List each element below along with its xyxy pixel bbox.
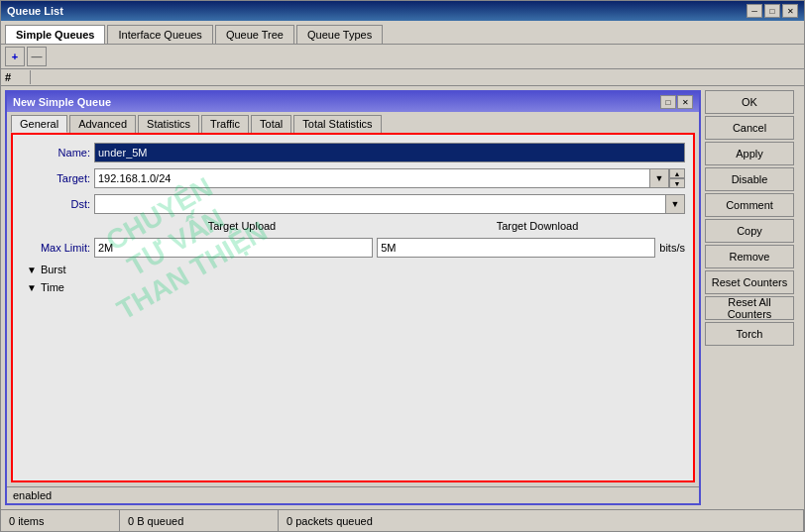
inner-tab-bar: General Advanced Statistics Traffic Tota… [7,112,699,133]
inner-titlebar: New Simple Queue □ ✕ [7,92,699,112]
target-input[interactable] [94,168,650,188]
max-limit-upload-input[interactable] [94,238,373,258]
toolbar: + — [1,45,804,69]
name-label: Name: [21,147,90,159]
content-area: New Simple Queue □ ✕ General Advanced St… [1,86,804,509]
max-limit-row: Max Limit: bits/s [21,238,685,258]
tab-queue-types[interactable]: Queue Types [296,25,383,44]
torch-button[interactable]: Torch [705,322,794,346]
cancel-button[interactable]: Cancel [705,116,794,140]
tab-traffic[interactable]: Traffic [201,115,249,133]
target-download-label: Target Download [390,220,685,232]
tab-advanced[interactable]: Advanced [69,115,136,133]
minimize-button[interactable]: ─ [747,4,762,18]
window-controls: ─ □ ✕ [747,4,798,18]
status-items: 0 items [1,510,120,531]
main-window: Queue List ─ □ ✕ Simple Queues Interface… [0,0,805,532]
max-limit-label: Max Limit: [21,242,90,254]
burst-section[interactable]: ▼ Burst [27,264,685,275]
form-status: enabled [7,486,699,503]
time-section[interactable]: ▼ Time [27,281,685,293]
form-status-text: enabled [13,489,52,501]
right-button-panel: OK Cancel Apply Disable Comment Copy Rem… [705,86,804,509]
tab-general[interactable]: General [11,115,67,133]
dst-dropdown-btn[interactable]: ▼ [665,194,685,214]
disable-button[interactable]: Disable [705,167,794,191]
time-label: Time [41,281,64,293]
comment-button[interactable]: Comment [705,193,794,217]
target-input-group: ▼ ▲ ▼ [94,168,685,188]
tab-simple-queues[interactable]: Simple Queues [5,25,105,44]
inner-maximize-button[interactable]: □ [660,95,676,109]
maximize-button[interactable]: □ [764,4,780,18]
target-up-btn[interactable]: ▲ [669,168,685,178]
target-upload-label: Target Upload [94,220,390,232]
col-hash: # [1,70,31,84]
inner-controls: □ ✕ [660,95,693,109]
bits-label: bits/s [659,242,685,254]
tab-statistics[interactable]: Statistics [138,115,199,133]
table-header: # [1,69,804,86]
status-packets: 0 packets queued [279,510,804,531]
dst-input[interactable] [94,194,666,214]
main-titlebar: Queue List ─ □ ✕ [1,1,804,21]
target-arrows: ▲ ▼ [669,168,685,188]
main-title: Queue List [7,5,63,17]
dst-row: Dst: ▼ [21,194,685,214]
time-arrow-icon: ▼ [27,282,37,293]
reset-counters-button[interactable]: Reset Counters [705,270,794,294]
status-queued: 0 B queued [120,510,279,531]
ok-button[interactable]: OK [705,90,794,114]
burst-arrow-icon: ▼ [27,265,37,275]
tab-total-statistics[interactable]: Total Statistics [293,115,381,133]
dst-input-group: ▼ [94,194,685,214]
upload-download-header: Target Upload Target Download [94,220,685,232]
burst-label: Burst [41,264,66,275]
target-row: Target: ▼ ▲ ▼ [21,168,685,188]
remove-button[interactable]: — [27,47,47,66]
apply-button[interactable]: Apply [705,142,794,165]
target-down-btn[interactable]: ▼ [669,178,685,188]
top-tab-bar: Simple Queues Interface Queues Queue Tre… [1,21,804,45]
add-button[interactable]: + [5,47,25,66]
reset-all-counters-button[interactable]: Reset All Counters [705,296,794,320]
tab-queue-tree[interactable]: Queue Tree [215,25,294,44]
remove-btn[interactable]: Remove [705,245,794,268]
tab-interface-queues[interactable]: Interface Queues [107,25,212,44]
form-content: CHUYÊN TƯ VẤN THAN THIỆN Name: Target: [11,133,695,482]
target-label: Target: [21,172,90,184]
name-row: Name: [21,143,685,162]
inner-window: New Simple Queue □ ✕ General Advanced St… [5,90,701,505]
max-limit-inputs: bits/s [94,238,685,258]
inner-close-button[interactable]: ✕ [677,95,693,109]
close-button[interactable]: ✕ [782,4,798,18]
status-bar: 0 items 0 B queued 0 packets queued [1,509,804,531]
dst-label: Dst: [21,198,90,210]
max-limit-download-input[interactable] [377,238,655,258]
name-input[interactable] [94,143,685,162]
target-dropdown-btn[interactable]: ▼ [649,168,669,188]
inner-title: New Simple Queue [13,96,111,108]
left-panel: New Simple Queue □ ✕ General Advanced St… [1,86,705,509]
tab-total[interactable]: Total [251,115,291,133]
copy-button[interactable]: Copy [705,219,794,243]
